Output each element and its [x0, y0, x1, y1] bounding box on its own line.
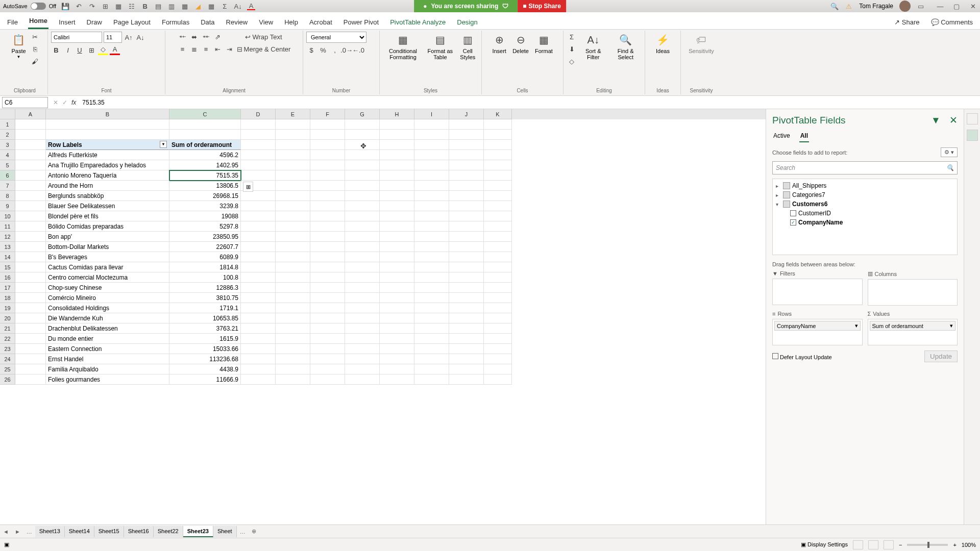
page-break-icon[interactable] — [884, 540, 894, 549]
cell[interactable] — [15, 313, 46, 323]
tab-home[interactable]: Home — [28, 14, 48, 29]
new-sheet-icon[interactable]: ⊕ — [249, 528, 259, 535]
cell[interactable]: 26968.15 — [169, 191, 241, 201]
cell[interactable] — [484, 170, 512, 181]
cell[interactable] — [449, 211, 484, 221]
cell[interactable] — [414, 191, 449, 201]
sheet-more-icon[interactable]: … — [23, 529, 35, 535]
cell[interactable] — [449, 130, 484, 140]
align-middle-icon[interactable]: ⬌ — [189, 32, 200, 42]
cell[interactable] — [15, 211, 46, 221]
row-header[interactable]: 6 — [0, 170, 15, 181]
cell[interactable] — [241, 323, 276, 334]
cell[interactable] — [276, 272, 310, 283]
gear-icon[interactable]: ⚙ ▾ — [941, 147, 958, 157]
cell[interactable] — [449, 191, 484, 201]
cell[interactable] — [276, 160, 310, 170]
cell[interactable] — [310, 140, 345, 150]
cell[interactable] — [310, 293, 345, 303]
cell[interactable] — [414, 364, 449, 374]
cell[interactable] — [310, 354, 345, 364]
cell[interactable]: 11666.9 — [169, 374, 241, 385]
tab-insert[interactable]: Insert — [58, 15, 77, 29]
cell[interactable] — [276, 313, 310, 323]
cell[interactable] — [484, 191, 512, 201]
cell[interactable] — [380, 344, 414, 354]
row-header[interactable]: 2 — [0, 130, 15, 140]
values-chip[interactable]: Sum of orderamount▾ — [870, 321, 956, 331]
cell[interactable] — [484, 283, 512, 293]
cell[interactable] — [380, 232, 414, 242]
cell[interactable]: Alfreds Futterkiste — [46, 150, 169, 160]
bold-button[interactable]: B — [51, 45, 61, 55]
cell[interactable] — [449, 181, 484, 191]
decrease-font-icon[interactable]: A↓ — [135, 32, 145, 42]
cell[interactable] — [46, 119, 169, 130]
cell[interactable]: 23850.95 — [169, 232, 241, 242]
filters-area[interactable] — [772, 279, 863, 305]
cell[interactable] — [449, 150, 484, 160]
cell[interactable] — [414, 221, 449, 232]
cell[interactable]: Blondel père et fils — [46, 211, 169, 221]
cell[interactable]: Du monde entier — [46, 334, 169, 344]
cell[interactable] — [345, 354, 380, 364]
cell[interactable] — [310, 272, 345, 283]
zoom-in-icon[interactable]: + — [953, 542, 956, 548]
sheet-tab[interactable]: Sheet — [213, 526, 237, 537]
filter-dropdown-icon[interactable]: ▾ — [160, 141, 167, 148]
fill-icon[interactable]: ⬇ — [567, 44, 577, 54]
cell[interactable] — [414, 130, 449, 140]
cell[interactable] — [484, 150, 512, 160]
save-icon[interactable]: 💾 — [61, 2, 69, 10]
row-header[interactable]: 13 — [0, 242, 15, 252]
cell[interactable] — [241, 293, 276, 303]
row-header[interactable]: 18 — [0, 293, 15, 303]
cell[interactable] — [310, 323, 345, 334]
cell[interactable]: 12886.3 — [169, 283, 241, 293]
conditional-formatting-button[interactable]: ▦Conditional Formatting — [383, 32, 423, 61]
row-header[interactable]: 12 — [0, 232, 15, 242]
cell[interactable] — [484, 313, 512, 323]
cell[interactable] — [345, 262, 380, 272]
cell[interactable]: Berglunds snabbköp — [46, 191, 169, 201]
search-input[interactable]: Search 🔍 — [772, 161, 958, 174]
cell[interactable] — [484, 160, 512, 170]
cell[interactable] — [449, 262, 484, 272]
cell[interactable] — [15, 344, 46, 354]
cell[interactable] — [449, 364, 484, 374]
cell[interactable]: 3239.8 — [169, 201, 241, 211]
sheet-next-icon[interactable]: ► — [12, 529, 23, 535]
cell[interactable] — [414, 140, 449, 150]
tab-all[interactable]: All — [799, 130, 809, 142]
cell[interactable] — [449, 119, 484, 130]
cell[interactable] — [276, 293, 310, 303]
cell[interactable] — [414, 374, 449, 385]
cell[interactable]: Centro comercial Moctezuma — [46, 272, 169, 283]
cell[interactable] — [276, 262, 310, 272]
cell[interactable] — [310, 364, 345, 374]
cell[interactable] — [380, 293, 414, 303]
cell[interactable] — [345, 242, 380, 252]
stop-share-button[interactable]: ■ Stop Share — [518, 0, 566, 12]
field-table[interactable]: ▸All_Shippers — [773, 181, 957, 190]
format-as-table-button[interactable]: ▤Format as Table — [425, 32, 455, 61]
qat-icon[interactable]: ▦ — [207, 2, 215, 10]
cell[interactable] — [380, 374, 414, 385]
cell[interactable] — [449, 283, 484, 293]
cell[interactable] — [310, 334, 345, 344]
cell[interactable] — [484, 354, 512, 364]
cell[interactable] — [241, 313, 276, 323]
tab-formulas[interactable]: Formulas — [161, 15, 190, 29]
cell[interactable] — [310, 374, 345, 385]
cell[interactable] — [484, 130, 512, 140]
currency-icon[interactable]: $ — [306, 45, 316, 55]
sheet-tab[interactable]: Sheet13 — [35, 526, 65, 537]
cell[interactable] — [241, 262, 276, 272]
tab-power-pivot[interactable]: Power Pivot — [342, 15, 380, 29]
tab-draw[interactable]: Draw — [86, 15, 103, 29]
minimize-icon[interactable]: — — [936, 2, 944, 10]
font-name-input[interactable] — [51, 32, 102, 43]
cell[interactable] — [310, 201, 345, 211]
zoom-level[interactable]: 100% — [962, 542, 976, 548]
cell[interactable] — [449, 252, 484, 262]
